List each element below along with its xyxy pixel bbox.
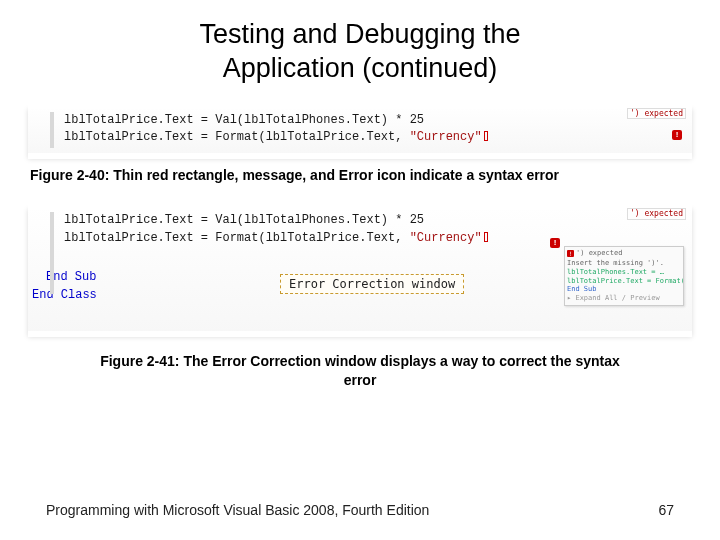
syntax-error-rectangle [484, 232, 488, 242]
figure-2-40-caption: Figure 2-40: Thin red rectangle, message… [30, 166, 720, 185]
code-line: lblTotalPrice.Text = Format(lblTotalPric… [64, 129, 684, 146]
code-text: lblTotalPrice.Text = Format(lblTotalPric… [64, 231, 410, 245]
error-expected-tag: ') expected [627, 208, 686, 220]
panel-preview-end-sub: End Sub [567, 285, 681, 294]
code-gutter [50, 112, 54, 148]
panel-header: ! ') expected [567, 249, 681, 258]
error-icon: ! [550, 238, 560, 248]
code-gutter [50, 212, 54, 294]
syntax-error-rectangle [484, 131, 488, 141]
error-correction-window-label: Error Correction window [280, 274, 464, 294]
page-number: 67 [658, 502, 674, 518]
code-string-literal: "Currency" [410, 231, 482, 245]
code-line: lblTotalPrice.Text = Val(lblTotalPhones.… [64, 112, 684, 129]
figure-2-41-caption: Figure 2-41: The Error Correction window… [100, 352, 620, 390]
slide-footer: Programming with Microsoft Visual Basic … [0, 502, 720, 518]
code-text: lblTotalPrice.Text = Val(lblTotalPhones.… [64, 113, 424, 127]
code-string-literal: "Currency" [410, 130, 482, 144]
code-text: lblTotalPrice.Text = Format(lblTotalPric… [64, 130, 410, 144]
title-line-2: Application (continued) [223, 53, 498, 83]
panel-preview-line: lblTotalPrice.Text = Format(… [567, 277, 681, 286]
title-line-1: Testing and Debugging the [199, 19, 520, 49]
error-correction-panel: ! ') expected Insert the missing ')'. lb… [564, 246, 684, 306]
book-title: Programming with Microsoft Visual Basic … [46, 502, 429, 518]
panel-preview-line: lblTotalPhones.Text = … [567, 268, 681, 277]
panel-suggestion: Insert the missing ')'. [567, 259, 681, 268]
panel-header-text: ') expected [576, 249, 622, 258]
error-icon: ! [672, 130, 682, 140]
code-line: lblTotalPrice.Text = Format(lblTotalPric… [64, 230, 684, 247]
slide-title: Testing and Debugging the Application (c… [0, 0, 720, 98]
panel-error-icon: ! [567, 250, 574, 257]
figure-2-41-code-strip: lblTotalPrice.Text = Val(lblTotalPhones.… [28, 206, 692, 334]
error-expected-tag: ') expected [627, 108, 686, 120]
code-text: lblTotalPrice.Text = Val(lblTotalPhones.… [64, 213, 424, 227]
figure-2-40-code-strip: lblTotalPrice.Text = Val(lblTotalPhones.… [28, 106, 692, 156]
code-line: lblTotalPrice.Text = Val(lblTotalPhones.… [64, 212, 684, 229]
panel-expand-link: ▸ Expand All / Preview [567, 294, 681, 303]
